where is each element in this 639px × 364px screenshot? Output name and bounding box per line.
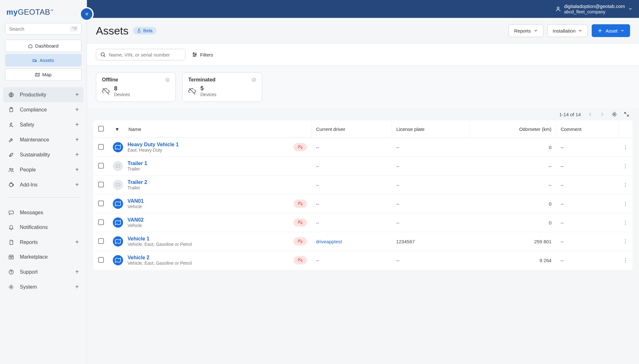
header-driver[interactable]: Current driver [311, 121, 392, 138]
row-checkbox[interactable] [94, 176, 109, 194]
expand-icon[interactable]: + [75, 121, 79, 128]
stat-card-offline[interactable]: Offline8Devices [96, 72, 176, 102]
sidebar-item-safety[interactable]: Safety+ [3, 117, 83, 132]
asset-name[interactable]: VAN02 [128, 217, 144, 223]
info-icon[interactable] [252, 78, 256, 82]
tab-map[interactable]: Map [5, 68, 82, 81]
prev-page-button[interactable] [587, 111, 593, 117]
row-checkbox[interactable] [94, 194, 109, 213]
cell-comment: -- [556, 176, 619, 194]
puzzle-icon [8, 181, 15, 188]
sidebar-item-notifications[interactable]: Notifications [3, 220, 83, 235]
sidebar-item-add-ins[interactable]: Add-Ins+ [3, 177, 83, 192]
asset-name[interactable]: Vehicle 1 [128, 236, 192, 242]
row-menu-button[interactable]: ⋮ [619, 138, 633, 157]
table-row[interactable]: Trailer 2Trailer--------⋮ [94, 176, 633, 194]
settings-icon[interactable] [612, 111, 617, 117]
stat-card-terminated[interactable]: Terminated5Devices [182, 72, 262, 102]
sidebar-item-messages[interactable]: Messages [3, 205, 83, 220]
expand-icon[interactable]: + [75, 181, 79, 188]
reports-button[interactable]: Reports [509, 24, 543, 37]
tab-assets[interactable]: Assets [5, 54, 82, 66]
nav-tabs: Dashboard Assets Map [5, 40, 82, 81]
sidebar-search[interactable]: ⌃F [5, 23, 82, 34]
expand-icon[interactable]: + [75, 283, 79, 291]
row-menu-button[interactable]: ⋮ [619, 194, 633, 213]
row-menu-button[interactable]: ⋮ [619, 232, 633, 251]
nav-label: Sustainability [20, 152, 50, 158]
sidebar-search-input[interactable] [9, 26, 70, 32]
sidebar-item-system[interactable]: System+ [3, 279, 83, 294]
filters-button[interactable]: Filters [192, 52, 213, 57]
expand-icon[interactable]: + [75, 106, 79, 113]
sidebar-item-sustainability[interactable]: Sustainability+ [3, 147, 83, 162]
cell-plate: -- [392, 251, 470, 270]
expand-icon[interactable]: + [75, 91, 79, 98]
expand-icon[interactable]: + [75, 166, 79, 173]
header-name[interactable]: Name [124, 121, 311, 138]
row-checkbox[interactable] [94, 251, 109, 270]
asset-name[interactable]: Trailer 2 [128, 179, 147, 185]
table-row[interactable]: VAN01Vehicle----0--⋮ [94, 194, 633, 213]
header-odometer[interactable]: Odometer (km) [470, 121, 556, 138]
sidebar-item-reports[interactable]: Reports+ [3, 235, 83, 250]
offline-badge [293, 143, 307, 151]
add-asset-button[interactable]: Asset [592, 24, 630, 37]
wrench-icon [8, 136, 15, 143]
sidebar-item-productivity[interactable]: Productivity+ [3, 87, 83, 102]
expand-icon[interactable]: + [75, 239, 79, 246]
row-menu-button[interactable]: ⋮ [619, 213, 633, 232]
table-row[interactable]: Heavy Duty Vehicle 1East, Heavy Duty----… [94, 138, 633, 157]
row-checkbox[interactable] [94, 213, 109, 232]
cell-odometer: 9 264 [470, 251, 556, 270]
sidebar-item-compliance[interactable]: Compliance+ [3, 102, 83, 117]
expand-icon[interactable]: + [75, 268, 79, 276]
sidebar-item-people[interactable]: People+ [3, 162, 83, 177]
header-comment[interactable]: Comment [556, 121, 619, 138]
header-sort[interactable]: ▼ [108, 121, 124, 138]
table-row[interactable]: Trailer 1Trailer--------⋮ [94, 157, 633, 176]
sidebar-item-marketplace[interactable]: Marketplace [3, 250, 83, 264]
expand-icon[interactable]: + [75, 136, 79, 143]
expand-icon[interactable]: + [75, 151, 79, 158]
tab-dashboard[interactable]: Dashboard [5, 40, 82, 52]
filter-search[interactable] [96, 49, 185, 60]
asset-type-icon [113, 255, 123, 265]
header-checkbox[interactable] [94, 121, 109, 138]
asset-name[interactable]: Trailer 1 [128, 161, 147, 166]
cell-plate: -- [392, 138, 470, 157]
table-row[interactable]: VAN02Vehicle----0--⋮ [94, 213, 633, 232]
row-menu-button[interactable]: ⋮ [619, 157, 633, 176]
filter-search-input[interactable] [109, 52, 181, 57]
nav-divider [6, 197, 80, 198]
asset-name[interactable]: VAN01 [128, 198, 144, 204]
sidebar-collapse-button[interactable] [81, 8, 92, 20]
sidebar-item-support[interactable]: Support+ [3, 264, 83, 279]
cell-driver: -- [311, 157, 392, 176]
installation-button[interactable]: Installation [547, 24, 588, 37]
user-menu[interactable]: digitaladoption@geotab.com abcd_fleet_co… [555, 4, 633, 15]
table-row[interactable]: Vehicle 2Vehicle, East, Gasoline or Petr… [94, 251, 633, 270]
plus-icon [597, 28, 603, 34]
row-menu-button[interactable]: ⋮ [619, 176, 633, 194]
svg-rect-24 [116, 184, 120, 186]
flask-icon [137, 28, 141, 33]
driver-link[interactable]: driveapptest [316, 239, 342, 244]
table-row[interactable]: Vehicle 1Vehicle, East, Gasoline or Petr… [94, 232, 633, 251]
next-page-button[interactable] [599, 111, 605, 117]
row-checkbox[interactable] [94, 138, 109, 157]
row-checkbox[interactable] [94, 157, 109, 176]
nav-label: Messages [20, 210, 43, 216]
asset-name[interactable]: Vehicle 2 [128, 255, 192, 261]
info-icon[interactable] [165, 78, 170, 82]
row-menu-button[interactable]: ⋮ [619, 251, 633, 270]
nav-label: Support [20, 269, 38, 275]
expand-icon[interactable] [624, 111, 629, 117]
sidebar-item-maintenance[interactable]: Maintenance+ [3, 132, 83, 147]
asset-name[interactable]: Heavy Duty Vehicle 1 [128, 142, 179, 148]
nav-label: Compliance [20, 107, 47, 113]
header-plate[interactable]: License plate [392, 121, 470, 138]
page-header: Assets Beta Reports Installation Asset [87, 18, 639, 43]
row-checkbox[interactable] [94, 232, 109, 251]
cell-driver: -- [311, 138, 392, 157]
